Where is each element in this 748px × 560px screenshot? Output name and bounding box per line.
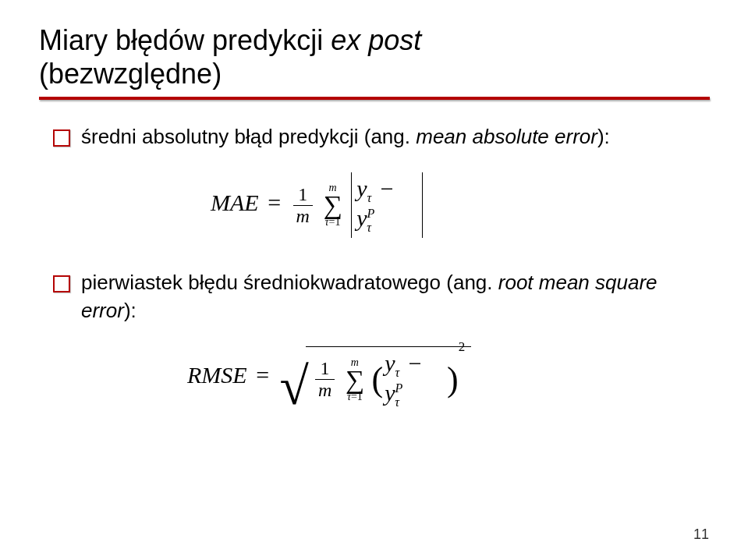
page-number: 11 xyxy=(693,526,709,543)
rmse-sqrt-content: 1 m m ∑ τ=1 ( yτ − yPτ ) 2 xyxy=(306,346,471,409)
bullet-1-text1: średni absolutny błąd predykcji (ang. xyxy=(81,125,416,148)
mae-abs: yτ − yPτ xyxy=(351,172,423,238)
formula-rmse: RMSE = √ 1 m m ∑ τ=1 ( yτ − xyxy=(39,346,709,409)
rmse-frac: 1 m xyxy=(315,358,335,401)
rmse-sum-sigma: ∑ xyxy=(346,367,364,393)
rmse-sum: m ∑ τ=1 xyxy=(346,357,364,402)
title-part1: Miary błędów predykcji xyxy=(39,24,331,56)
rmse-lparen: ( xyxy=(371,366,383,393)
mae-y2: y xyxy=(356,205,367,231)
rmse-sub1: τ xyxy=(395,366,399,379)
rmse-frac-den: m xyxy=(315,380,335,401)
title-italic: ex post xyxy=(331,24,421,56)
bullet-1-text2: ): xyxy=(597,125,610,148)
bullet-icon xyxy=(53,275,70,292)
rmse-paren: ( yτ − yPτ ) xyxy=(371,350,458,409)
bullet-icon xyxy=(53,129,70,147)
slide-title: Miary błędów predykcji ex post (bezwzglę… xyxy=(39,23,709,90)
rmse-lhs: RMSE xyxy=(187,362,247,388)
mae-sum: m ∑ τ=1 xyxy=(323,183,342,228)
bullet-1: średni absolutny błąd predykcji (ang. me… xyxy=(53,123,709,151)
sqrt-icon: √ xyxy=(280,364,309,409)
rmse-rparen: ) xyxy=(447,366,459,393)
bullet-2-text: pierwiastek błędu średniokwadratowego (a… xyxy=(81,269,709,324)
mae-sum-bot: τ=1 xyxy=(323,217,342,228)
rmse-eq: = xyxy=(256,362,269,388)
mae-sub1: τ xyxy=(367,191,371,204)
mae-sup2: P xyxy=(367,207,374,220)
slide: Miary błędów predykcji ex post (bezwzglę… xyxy=(0,0,748,560)
mae-frac: 1 m xyxy=(293,184,313,227)
rmse-y1: y xyxy=(385,350,395,376)
rmse-sqrt: √ 1 m m ∑ τ=1 ( yτ − yPτ xyxy=(280,346,472,409)
bullet-2-text1: pierwiastek błędu średniokwadratowego (a… xyxy=(81,271,498,294)
title-underline xyxy=(39,97,710,100)
rmse-frac-num: 1 xyxy=(315,358,335,380)
mae-frac-den: m xyxy=(293,206,313,227)
mae-sub2: τ xyxy=(367,221,371,234)
bullet-2: pierwiastek błędu średniokwadratowego (a… xyxy=(53,269,709,324)
rmse-sup2: P xyxy=(395,381,402,395)
mae-sum-sigma: ∑ xyxy=(323,192,342,218)
rmse-sum-bot: τ=1 xyxy=(346,392,364,402)
bullet-1-italic: mean absolute error xyxy=(416,125,597,148)
bullet-1-text: średni absolutny błąd predykcji (ang. me… xyxy=(81,123,610,151)
rmse-paren-body: yτ − yPτ xyxy=(383,350,447,409)
mae-lhs: MAE xyxy=(211,190,259,215)
rmse-exp: 2 xyxy=(459,339,466,354)
title-part2: (bezwzględne) xyxy=(39,58,222,90)
bullet-2-text2: ): xyxy=(124,299,136,322)
formula-mae: MAE = 1 m m ∑ τ=1 yτ − yPτ xyxy=(39,172,709,238)
rmse-minus: − xyxy=(409,350,422,376)
mae-y1: y xyxy=(356,175,367,201)
rmse-sub2: τ xyxy=(395,395,399,409)
mae-eq: = xyxy=(268,190,281,215)
mae-minus: − xyxy=(381,175,394,201)
mae-frac-num: 1 xyxy=(293,184,313,206)
rmse-y2: y xyxy=(385,380,395,406)
